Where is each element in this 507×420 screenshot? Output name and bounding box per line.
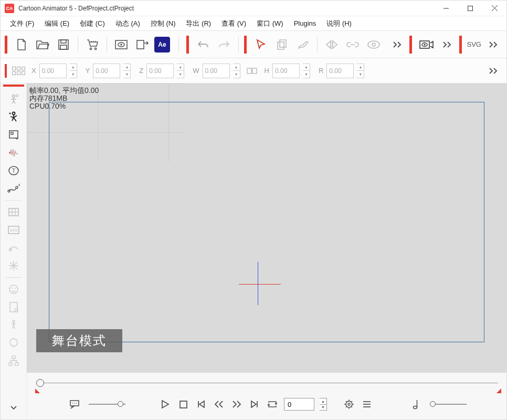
effect-tool[interactable] (4, 257, 23, 274)
left-toolbar: T + SVG (1, 83, 27, 419)
loop-button[interactable] (266, 398, 279, 411)
text-tool[interactable]: T (4, 162, 23, 179)
render-button[interactable] (133, 36, 151, 54)
svg-rect-24 (247, 68, 251, 74)
open-file-button[interactable] (34, 36, 51, 54)
layout-tool[interactable] (4, 204, 23, 220)
menu-export[interactable]: 导出 (R) (181, 17, 216, 30)
motion-tool[interactable] (4, 239, 23, 256)
head-tool[interactable] (4, 334, 23, 351)
menu-file[interactable]: 文件 (F) (5, 17, 39, 30)
y-input[interactable]: 0.00 (93, 64, 120, 78)
menu-dynamic[interactable]: 动态 (A) (110, 17, 145, 30)
toolbar-overflow-2[interactable] (438, 36, 456, 54)
visibility-button[interactable] (365, 36, 383, 54)
svg-point-46 (12, 288, 13, 289)
close-button[interactable] (482, 1, 506, 16)
menu-edit[interactable]: 编辑 (E) (39, 17, 75, 30)
new-file-button[interactable] (13, 36, 30, 54)
preview-button[interactable] (112, 36, 130, 54)
frame-spinner[interactable]: ▲▼ (320, 398, 327, 411)
goto-end-button[interactable] (248, 398, 261, 411)
after-effects-button[interactable]: Ae (154, 37, 170, 52)
paint-tool[interactable] (294, 36, 312, 54)
selection-tool[interactable] (252, 36, 270, 54)
sprite-tool[interactable] (4, 127, 23, 143)
expand-toggle[interactable] (4, 400, 23, 416)
menu-control[interactable]: 控制 (N) (145, 17, 181, 30)
frame-input[interactable]: 0 (284, 398, 314, 411)
crosshair-vertical (258, 262, 258, 305)
settings-button[interactable] (343, 398, 355, 411)
x-spinner[interactable]: ▲▼ (70, 64, 77, 78)
range-start-marker[interactable] (35, 388, 40, 393)
svg-rect-5 (61, 40, 66, 43)
r-input[interactable]: 0.00 (326, 64, 354, 78)
marketplace-button[interactable] (83, 36, 101, 54)
viewport[interactable]: 帧率0.00, 平均值0.00 内存781MB CPU0.70% 舞台模式 (27, 83, 506, 372)
redo-button[interactable] (215, 36, 233, 54)
volume-slider[interactable] (89, 404, 125, 405)
path-tool[interactable]: + (4, 180, 23, 197)
transform-toolbar: X 0.00 ▲▼ Y 0.00 ▲▼ Z 0.00 ▲▼ W 0.00 ▲▼ … (1, 58, 506, 83)
grid-icon[interactable] (12, 67, 25, 75)
minimize-button[interactable] (434, 1, 458, 16)
svg-rect-25 (252, 68, 257, 74)
range-end-marker[interactable] (497, 388, 501, 393)
speed-slider[interactable] (430, 404, 467, 405)
link-button[interactable] (344, 36, 362, 54)
face-tool[interactable] (4, 281, 23, 298)
r-spinner[interactable]: ▲▼ (357, 64, 364, 78)
audio-tool[interactable] (4, 144, 23, 161)
svg-rect-52 (9, 363, 12, 365)
bone-tool[interactable] (4, 317, 23, 333)
menu-view[interactable]: 查看 (V) (216, 17, 251, 30)
performance-stats: 帧率0.00, 平均值0.00 内存781MB CPU0.70% (29, 87, 99, 110)
stop-button[interactable] (177, 398, 189, 411)
h-input[interactable]: 0.00 (272, 64, 300, 78)
pose-tool[interactable] (4, 109, 23, 125)
undo-button[interactable] (194, 36, 212, 54)
w-input[interactable]: 0.00 (203, 64, 230, 78)
h-label: H (265, 67, 269, 75)
toolbar-overflow-1[interactable] (388, 36, 406, 54)
svg-export-tool[interactable]: SVG (4, 222, 23, 238)
copy-tool[interactable] (273, 36, 291, 54)
svg-rect-16 (278, 42, 284, 49)
h-spinner[interactable]: ▲▼ (303, 64, 310, 78)
camera-view-button[interactable] (417, 36, 435, 54)
toolbar-overflow-3[interactable] (484, 36, 502, 54)
svg-point-19 (368, 41, 379, 48)
toolbar-accent-4 (409, 36, 412, 54)
maximize-button[interactable] (458, 1, 482, 16)
menu-plugins[interactable]: Plugins (289, 17, 322, 29)
next-frame-button[interactable] (230, 398, 243, 411)
w-spinner[interactable]: ▲▼ (233, 64, 240, 78)
timeline-scrubber[interactable] (32, 377, 501, 388)
actor-tool[interactable] (4, 91, 23, 108)
document-tool[interactable] (4, 299, 23, 316)
playhead-knob[interactable] (36, 379, 44, 387)
hierarchy-tool[interactable] (4, 352, 23, 369)
play-button[interactable] (159, 398, 172, 411)
flip-h-button[interactable] (323, 36, 341, 54)
save-button[interactable] (55, 36, 72, 54)
z-input[interactable]: 0.00 (146, 64, 174, 78)
menu-window[interactable]: 窗口 (W) (251, 17, 289, 30)
x-input[interactable]: 0.00 (39, 64, 67, 78)
timeline-panel: 0 ▲▼ (27, 372, 506, 419)
transform-overflow[interactable] (484, 62, 502, 80)
menu-create[interactable]: 创建 (C) (75, 17, 110, 30)
svg-rect-51 (12, 356, 15, 359)
app-icon: CA (5, 4, 14, 13)
list-button[interactable] (361, 398, 373, 411)
goto-start-button[interactable] (195, 398, 207, 411)
speech-button[interactable] (69, 398, 81, 411)
menu-help[interactable]: 说明 (H) (321, 17, 357, 30)
y-spinner[interactable]: ▲▼ (123, 64, 131, 78)
z-spinner[interactable]: ▲▼ (177, 64, 184, 78)
toolbar-accent-3 (244, 36, 247, 54)
r-label: R (319, 67, 323, 75)
prev-frame-button[interactable] (213, 398, 225, 411)
lock-aspect-button[interactable] (246, 62, 258, 80)
